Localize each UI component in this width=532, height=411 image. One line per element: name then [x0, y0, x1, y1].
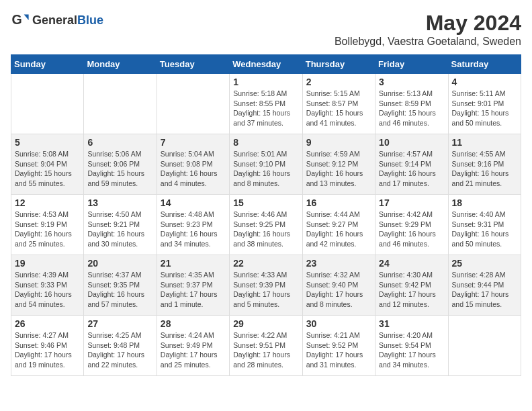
weekday-header-friday: Friday [375, 55, 448, 74]
calendar-cell: 19Sunrise: 4:39 AM Sunset: 9:33 PM Dayli… [11, 255, 84, 316]
day-info: Sunrise: 4:55 AM Sunset: 9:16 PM Dayligh… [452, 149, 517, 189]
day-number: 19 [15, 258, 80, 269]
calendar-cell: 7Sunrise: 5:04 AM Sunset: 9:08 PM Daylig… [157, 134, 229, 195]
svg-text:G: G [11, 12, 21, 27]
day-info: Sunrise: 4:22 AM Sunset: 9:51 PM Dayligh… [233, 330, 298, 370]
day-info: Sunrise: 5:01 AM Sunset: 9:10 PM Dayligh… [233, 149, 298, 189]
calendar-cell: 30Sunrise: 4:21 AM Sunset: 9:52 PM Dayli… [302, 316, 375, 376]
calendar-body: 1Sunrise: 5:18 AM Sunset: 8:55 PM Daylig… [11, 74, 521, 376]
day-number: 10 [379, 137, 444, 148]
calendar-cell: 18Sunrise: 4:40 AM Sunset: 9:31 PM Dayli… [448, 195, 521, 255]
week-row-3: 12Sunrise: 4:53 AM Sunset: 9:19 PM Dayli… [11, 195, 521, 255]
day-number: 2 [306, 77, 371, 87]
calendar-cell: 15Sunrise: 4:46 AM Sunset: 9:25 PM Dayli… [230, 195, 302, 255]
day-info: Sunrise: 4:44 AM Sunset: 9:27 PM Dayligh… [306, 210, 371, 249]
day-number: 4 [452, 77, 517, 87]
calendar-table: SundayMondayTuesdayWednesdayThursdayFrid… [11, 54, 521, 376]
calendar-cell [84, 74, 157, 134]
calendar-cell: 1Sunrise: 5:18 AM Sunset: 8:55 PM Daylig… [230, 74, 302, 134]
day-number: 8 [233, 137, 298, 148]
weekday-header-thursday: Thursday [302, 55, 375, 74]
day-number: 28 [161, 318, 226, 329]
logo-icon: G [11, 11, 30, 30]
day-number: 7 [161, 137, 226, 148]
day-number: 24 [379, 258, 444, 269]
calendar-cell: 12Sunrise: 4:53 AM Sunset: 9:19 PM Dayli… [11, 195, 84, 255]
calendar-cell: 6Sunrise: 5:06 AM Sunset: 9:06 PM Daylig… [84, 134, 157, 195]
title-block: May 2024 Bollebygd, Vaestra Goetaland, S… [335, 11, 521, 48]
day-info: Sunrise: 5:11 AM Sunset: 9:01 PM Dayligh… [452, 89, 517, 128]
day-info: Sunrise: 5:06 AM Sunset: 9:06 PM Dayligh… [87, 149, 152, 189]
calendar-cell: 5Sunrise: 5:08 AM Sunset: 9:04 PM Daylig… [11, 134, 84, 195]
calendar-cell: 27Sunrise: 4:25 AM Sunset: 9:48 PM Dayli… [84, 316, 157, 376]
week-row-4: 19Sunrise: 4:39 AM Sunset: 9:33 PM Dayli… [11, 255, 521, 316]
day-number: 23 [306, 258, 371, 269]
calendar-header: SundayMondayTuesdayWednesdayThursdayFrid… [11, 55, 521, 74]
day-info: Sunrise: 4:21 AM Sunset: 9:52 PM Dayligh… [306, 330, 371, 370]
weekday-header-monday: Monday [84, 55, 157, 74]
day-info: Sunrise: 4:28 AM Sunset: 9:44 PM Dayligh… [452, 270, 517, 310]
day-number: 20 [87, 258, 152, 269]
calendar-cell: 2Sunrise: 5:15 AM Sunset: 8:57 PM Daylig… [302, 74, 375, 134]
calendar-cell: 31Sunrise: 4:20 AM Sunset: 9:54 PM Dayli… [375, 316, 448, 376]
calendar-cell [11, 74, 84, 134]
day-info: Sunrise: 4:33 AM Sunset: 9:39 PM Dayligh… [233, 270, 298, 310]
day-info: Sunrise: 5:08 AM Sunset: 9:04 PM Dayligh… [15, 149, 80, 189]
day-info: Sunrise: 4:20 AM Sunset: 9:54 PM Dayligh… [379, 330, 444, 370]
main-title: May 2024 [335, 11, 521, 36]
day-number: 5 [15, 137, 80, 148]
day-info: Sunrise: 5:04 AM Sunset: 9:08 PM Dayligh… [161, 149, 226, 189]
week-row-5: 26Sunrise: 4:27 AM Sunset: 9:46 PM Dayli… [11, 316, 521, 376]
day-info: Sunrise: 4:46 AM Sunset: 9:25 PM Dayligh… [233, 210, 298, 249]
day-number: 29 [233, 318, 298, 329]
day-number: 1 [233, 77, 298, 87]
day-info: Sunrise: 5:13 AM Sunset: 8:59 PM Dayligh… [379, 89, 444, 128]
calendar-cell: 3Sunrise: 5:13 AM Sunset: 8:59 PM Daylig… [375, 74, 448, 134]
day-number: 15 [233, 197, 298, 208]
day-info: Sunrise: 4:50 AM Sunset: 9:21 PM Dayligh… [87, 210, 152, 249]
day-info: Sunrise: 4:37 AM Sunset: 9:35 PM Dayligh… [87, 270, 152, 310]
day-number: 30 [306, 318, 371, 329]
calendar-cell: 29Sunrise: 4:22 AM Sunset: 9:51 PM Dayli… [230, 316, 302, 376]
logo-text: GeneralBlue [32, 13, 103, 28]
calendar-cell: 10Sunrise: 4:57 AM Sunset: 9:14 PM Dayli… [375, 134, 448, 195]
calendar-cell: 21Sunrise: 4:35 AM Sunset: 9:37 PM Dayli… [157, 255, 229, 316]
calendar-cell: 9Sunrise: 4:59 AM Sunset: 9:12 PM Daylig… [302, 134, 375, 195]
calendar-cell: 4Sunrise: 5:11 AM Sunset: 9:01 PM Daylig… [448, 74, 521, 134]
day-number: 13 [87, 197, 152, 208]
weekday-header-wednesday: Wednesday [230, 55, 302, 74]
week-row-2: 5Sunrise: 5:08 AM Sunset: 9:04 PM Daylig… [11, 134, 521, 195]
day-info: Sunrise: 4:53 AM Sunset: 9:19 PM Dayligh… [15, 210, 80, 249]
calendar-cell: 20Sunrise: 4:37 AM Sunset: 9:35 PM Dayli… [84, 255, 157, 316]
calendar-cell: 24Sunrise: 4:30 AM Sunset: 9:42 PM Dayli… [375, 255, 448, 316]
day-info: Sunrise: 4:25 AM Sunset: 9:48 PM Dayligh… [87, 330, 152, 370]
calendar-cell: 8Sunrise: 5:01 AM Sunset: 9:10 PM Daylig… [230, 134, 302, 195]
week-row-1: 1Sunrise: 5:18 AM Sunset: 8:55 PM Daylig… [11, 74, 521, 134]
day-info: Sunrise: 4:32 AM Sunset: 9:40 PM Dayligh… [306, 270, 371, 310]
day-info: Sunrise: 4:39 AM Sunset: 9:33 PM Dayligh… [15, 270, 80, 310]
weekday-row: SundayMondayTuesdayWednesdayThursdayFrid… [11, 55, 521, 74]
calendar-cell [448, 316, 521, 376]
calendar-cell: 13Sunrise: 4:50 AM Sunset: 9:21 PM Dayli… [84, 195, 157, 255]
day-number: 11 [452, 137, 517, 148]
day-info: Sunrise: 4:35 AM Sunset: 9:37 PM Dayligh… [161, 270, 226, 310]
day-info: Sunrise: 5:15 AM Sunset: 8:57 PM Dayligh… [306, 89, 371, 128]
weekday-header-tuesday: Tuesday [157, 55, 229, 74]
calendar-cell: 26Sunrise: 4:27 AM Sunset: 9:46 PM Dayli… [11, 316, 84, 376]
day-info: Sunrise: 4:40 AM Sunset: 9:31 PM Dayligh… [452, 210, 517, 249]
day-number: 25 [452, 258, 517, 269]
calendar-cell: 22Sunrise: 4:33 AM Sunset: 9:39 PM Dayli… [230, 255, 302, 316]
logo: G GeneralBlue [11, 11, 103, 30]
day-info: Sunrise: 4:42 AM Sunset: 9:29 PM Dayligh… [379, 210, 444, 249]
day-info: Sunrise: 4:59 AM Sunset: 9:12 PM Dayligh… [306, 149, 371, 189]
day-number: 3 [379, 77, 444, 87]
calendar-cell: 23Sunrise: 4:32 AM Sunset: 9:40 PM Dayli… [302, 255, 375, 316]
day-info: Sunrise: 4:48 AM Sunset: 9:23 PM Dayligh… [161, 210, 226, 249]
day-info: Sunrise: 4:57 AM Sunset: 9:14 PM Dayligh… [379, 149, 444, 189]
day-number: 12 [15, 197, 80, 208]
day-number: 18 [452, 197, 517, 208]
weekday-header-saturday: Saturday [448, 55, 521, 74]
calendar-cell: 17Sunrise: 4:42 AM Sunset: 9:29 PM Dayli… [375, 195, 448, 255]
calendar-cell: 14Sunrise: 4:48 AM Sunset: 9:23 PM Dayli… [157, 195, 229, 255]
calendar-cell: 16Sunrise: 4:44 AM Sunset: 9:27 PM Dayli… [302, 195, 375, 255]
